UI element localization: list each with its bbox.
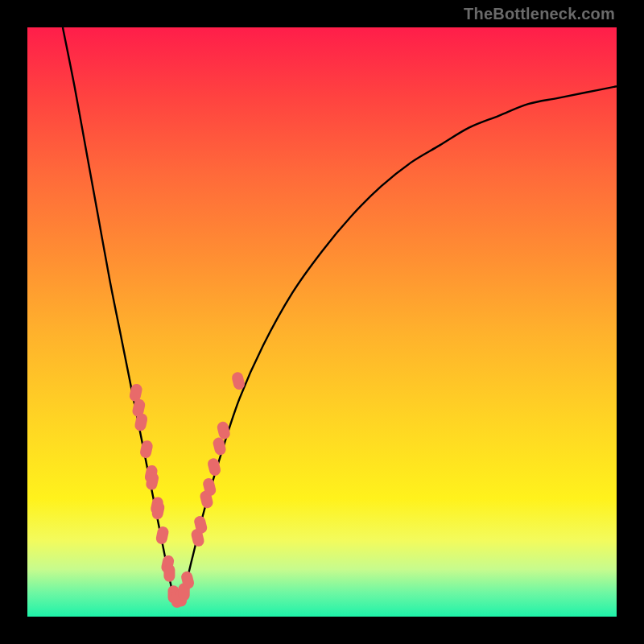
marker [163, 564, 175, 582]
marker [155, 526, 169, 545]
bottleneck-curve [63, 27, 617, 601]
curve-svg [27, 27, 617, 617]
plot-area [27, 27, 617, 617]
marker [216, 420, 231, 440]
watermark-text: TheBottleneck.com [464, 5, 615, 23]
highlighted-points [129, 371, 246, 608]
chart-stage: TheBottleneck.com [0, 0, 644, 644]
